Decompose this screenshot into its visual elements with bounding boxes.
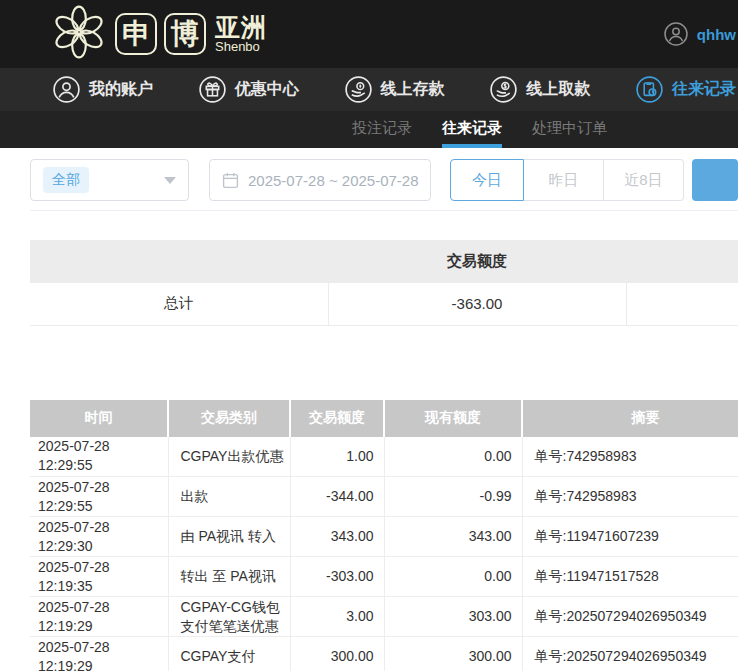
nav-item-my-account[interactable]: 我的账户 [53, 76, 153, 103]
cell-balance: -0.99 [384, 477, 522, 517]
filter-bar: 全部 2025-07-28 ~ 2025-07-28 今日 昨日 近8日 [30, 159, 738, 201]
summary-table: 交易额度 总计 -363.00 [30, 240, 738, 326]
summary-total-row: 总计 -363.00 [30, 283, 738, 325]
logo-char-box: 博 [164, 13, 206, 55]
summary-header-empty [30, 240, 328, 283]
main-nav: 我的账户 优惠中心 线上存款 [0, 68, 738, 111]
cell-time: 2025-07-28 12:19:29 [30, 637, 168, 671]
nav-label: 线上取款 [526, 79, 590, 100]
summary-header-empty [626, 240, 738, 283]
selected-type-tag[interactable]: 全部 [43, 167, 89, 193]
logo-region: 亚洲 [215, 14, 267, 40]
nav-label: 往来记录 [672, 79, 736, 100]
cell-amount: -344.00 [290, 477, 384, 517]
table-row: 2025-07-28 12:29:55 出款 -344.00 -0.99 单号:… [30, 477, 738, 517]
cell-type: CGPAY支付 [168, 637, 290, 671]
nav-label: 优惠中心 [235, 79, 299, 100]
search-button[interactable] [692, 159, 738, 201]
table-row: 2025-07-28 12:29:30 由 PA视讯 转入 343.00 343… [30, 517, 738, 557]
col-header-time: 时间 [30, 400, 168, 437]
cell-amount: 300.00 [290, 637, 384, 671]
cell-amount: 1.00 [290, 437, 384, 477]
cell-summary: 单号:202507294026950349 [522, 597, 738, 637]
type-select[interactable]: 全部 [30, 159, 189, 201]
cell-type: CGPAY出款优惠 [168, 437, 290, 477]
avatar-icon [664, 22, 688, 46]
today-button[interactable]: 今日 [450, 159, 524, 201]
cell-amount: 343.00 [290, 517, 384, 557]
logo-wordmark: 亚洲 Shenbo [215, 14, 267, 54]
cell-balance: 300.00 [384, 637, 522, 671]
col-header-type: 交易类别 [168, 400, 290, 437]
top-bar: 申 博 亚洲 Shenbo qhhw [0, 0, 738, 68]
col-header-summary: 摘要 [522, 400, 738, 437]
quick-date-buttons: 今日 昨日 近8日 [450, 159, 684, 201]
brand-logo[interactable]: 申 博 亚洲 Shenbo [50, 3, 267, 65]
cell-time: 2025-07-28 12:29:55 [30, 437, 168, 477]
calendar-icon [222, 172, 239, 189]
nav-item-withdraw[interactable]: 线上取款 [490, 76, 590, 103]
cell-summary: 单号:202507294026950349 [522, 637, 738, 671]
cell-amount: -303.00 [290, 557, 384, 597]
chevron-down-icon [164, 177, 176, 184]
summary-total-value: -363.00 [328, 283, 626, 325]
user-account[interactable]: qhhw [664, 22, 738, 46]
screen: 申 博 亚洲 Shenbo qhhw [0, 0, 738, 671]
yesterday-button[interactable]: 昨日 [524, 159, 604, 201]
cell-type: 转出 至 PA视讯 [168, 557, 290, 597]
logo-char: 申 [122, 15, 150, 53]
date-range-picker[interactable]: 2025-07-28 ~ 2025-07-28 [209, 159, 431, 201]
col-header-balance: 现有额度 [384, 400, 522, 437]
nav-label: 线上存款 [381, 79, 445, 100]
logo-name-en: Shenbo [215, 40, 267, 54]
records-header-row: 时间 交易类别 交易额度 现有额度 摘要 [30, 400, 738, 437]
nav-label: 我的账户 [89, 79, 153, 100]
summary-header-amount: 交易额度 [328, 240, 626, 283]
cell-time: 2025-07-28 12:19:35 [30, 557, 168, 597]
cell-type: 由 PA视讯 转入 [168, 517, 290, 557]
records-table: 时间 交易类别 交易额度 现有额度 摘要 2025-07-28 12:29:55… [30, 400, 738, 671]
summary-total-label: 总计 [30, 283, 328, 325]
cell-balance: 303.00 [384, 597, 522, 637]
cell-time: 2025-07-28 12:19:29 [30, 597, 168, 637]
cell-type: CGPAY-CG钱包支付笔笔送优惠 [168, 597, 290, 637]
username: qhhw [697, 26, 736, 43]
cell-summary: 单号:119471517528 [522, 557, 738, 597]
cell-balance: 0.00 [384, 557, 522, 597]
logo-char-box: 申 [115, 13, 157, 55]
table-row: 2025-07-28 12:19:29 CGPAY-CG钱包支付笔笔送优惠 3.… [30, 597, 738, 637]
cell-amount: 3.00 [290, 597, 384, 637]
cell-summary: 单号:119471607239 [522, 517, 738, 557]
cell-balance: 0.00 [384, 437, 522, 477]
deposit-coin-hand-icon [345, 76, 372, 103]
flower-logo-icon [50, 3, 108, 65]
sub-nav: 投注记录 往来记录 处理中订单 [0, 111, 738, 148]
cell-time: 2025-07-28 12:29:30 [30, 517, 168, 557]
cell-balance: 343.00 [384, 517, 522, 557]
records-clipboard-icon [636, 76, 663, 103]
table-row: 2025-07-28 12:19:35 转出 至 PA视讯 -303.00 0.… [30, 557, 738, 597]
withdraw-coin-hand-icon [490, 76, 517, 103]
tab-betting-records[interactable]: 投注记录 [352, 111, 412, 148]
nav-item-promotions[interactable]: 优惠中心 [199, 76, 299, 103]
section-divider [30, 210, 738, 211]
tab-pending-orders[interactable]: 处理中订单 [532, 111, 607, 148]
user-icon [53, 76, 80, 103]
table-row: 2025-07-28 12:29:55 CGPAY出款优惠 1.00 0.00 … [30, 437, 738, 477]
summary-header-row: 交易额度 [30, 240, 738, 283]
nav-item-transaction-records[interactable]: 往来记录 [636, 76, 736, 103]
logo-char: 博 [171, 15, 199, 53]
summary-empty-cell [626, 283, 738, 325]
table-row: 2025-07-28 12:19:29 CGPAY支付 300.00 300.0… [30, 637, 738, 671]
last-8-days-button[interactable]: 近8日 [604, 159, 684, 201]
nav-item-deposit[interactable]: 线上存款 [345, 76, 445, 103]
date-range-value: 2025-07-28 ~ 2025-07-28 [248, 172, 419, 189]
cell-type: 出款 [168, 477, 290, 517]
tab-transaction-records[interactable]: 往来记录 [442, 111, 502, 148]
cell-summary: 单号:742958983 [522, 437, 738, 477]
col-header-amount: 交易额度 [290, 400, 384, 437]
cell-summary: 单号:742958983 [522, 477, 738, 517]
cell-time: 2025-07-28 12:29:55 [30, 477, 168, 517]
gift-icon [199, 76, 226, 103]
